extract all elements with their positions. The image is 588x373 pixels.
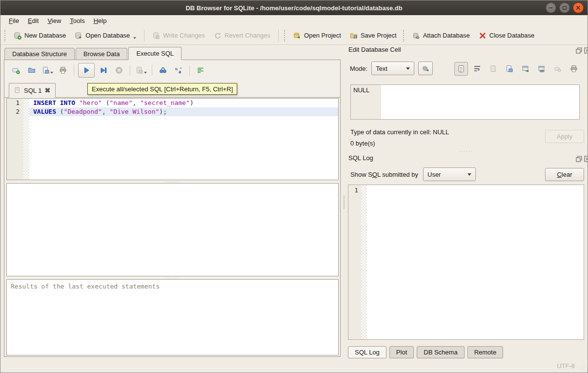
log-folding-margin xyxy=(361,185,367,339)
toolbar-separator xyxy=(278,30,279,41)
window-title: DB Browser for SQLite - /home/user/code/… xyxy=(0,4,588,12)
status-bar: UTF-8 ⋰ xyxy=(0,358,588,373)
toolbar-drag-handle[interactable] xyxy=(4,30,7,41)
sql-log-dock-title: SQL Log xyxy=(348,154,373,162)
mode-select[interactable]: Text xyxy=(371,62,414,75)
float-dock-button[interactable] xyxy=(575,47,582,54)
toolbar-separator xyxy=(144,30,144,41)
write-changes-button[interactable]: Write Changes xyxy=(148,29,209,42)
sql-log-view: 1 xyxy=(348,185,584,340)
close-database-button[interactable]: Close Database xyxy=(474,29,539,42)
revert-changes-button[interactable]: Revert Changes xyxy=(209,29,275,42)
save-project-button[interactable]: Save Project xyxy=(345,29,401,42)
save-sql-file-button[interactable] xyxy=(41,63,54,77)
cell-text-area[interactable] xyxy=(381,85,579,119)
sql-toolbar-separator xyxy=(189,65,190,76)
print-cell-icon[interactable] xyxy=(570,65,578,73)
format-sql-button[interactable] xyxy=(194,63,207,77)
resize-grip-icon[interactable]: ⋰ xyxy=(581,365,586,371)
stop-execution-button[interactable] xyxy=(112,63,126,77)
close-tab-icon[interactable]: ✖ xyxy=(44,87,50,94)
sql-log-controls: Show SQL submitted by User Clear xyxy=(350,167,584,181)
open-project-button[interactable]: Open Project xyxy=(289,29,345,42)
execute-current-line-button[interactable] xyxy=(97,63,110,77)
save-file-dropdown-icon[interactable] xyxy=(50,72,53,74)
minimize-button[interactable] xyxy=(546,2,556,13)
new-database-button[interactable]: New Database xyxy=(9,29,70,42)
clear-log-button[interactable]: Clear xyxy=(545,168,584,181)
close-dock-button[interactable] xyxy=(584,47,588,54)
auto-apply-button[interactable] xyxy=(418,62,433,75)
sql-toolbar-separator xyxy=(74,65,74,76)
menu-bar: File Edit View Tools Help xyxy=(0,15,588,26)
find-icon xyxy=(159,66,167,74)
sql-1-tab[interactable]: SQL 1 ✖ xyxy=(9,83,56,98)
sql-toolbar: b a xyxy=(6,62,207,79)
results-message-pane: Results of the last executed statements xyxy=(6,279,339,355)
dock-tab-db-schema[interactable]: DB Schema xyxy=(417,346,464,358)
sql-editor[interactable]: 1 INSERT INTO "hero" ("name", "secret_na… xyxy=(6,98,339,180)
open-database-dropdown-icon[interactable] xyxy=(133,37,136,39)
toolbar-drag-handle[interactable] xyxy=(403,30,406,41)
cell-type-info: Type of data currently in cell: NULL 0 b… xyxy=(350,126,449,149)
log-line-number: 1 xyxy=(348,185,361,339)
dock-tab-sql-log[interactable]: SQL Log xyxy=(348,346,386,358)
encoding-indicator: UTF-8 xyxy=(557,362,575,370)
find-replace-button[interactable]: b a xyxy=(172,63,185,77)
code-line[interactable]: VALUES ("Deadpond", "Dive Wilson"); xyxy=(29,107,338,116)
menu-tools[interactable]: Tools xyxy=(65,16,89,25)
cell-size-text: 0 byte(s) xyxy=(350,138,449,149)
attach-database-button[interactable]: Attach Database xyxy=(408,29,474,42)
float-dock-button[interactable] xyxy=(575,155,582,162)
close-icon xyxy=(575,5,581,11)
remove-cell-icon[interactable] xyxy=(554,65,562,73)
cell-value-editor[interactable]: NULL xyxy=(350,84,580,120)
menu-edit[interactable]: Edit xyxy=(23,16,43,25)
dock-tab-remote[interactable]: Remote xyxy=(467,346,504,358)
code-line[interactable]: INSERT INTO "hero" ("name", "secret_name… xyxy=(29,99,338,107)
minimize-icon xyxy=(548,5,554,11)
dock-tab-plot[interactable]: Plot xyxy=(389,346,414,358)
text-document-icon xyxy=(457,65,465,73)
close-dock-button[interactable] xyxy=(584,155,588,162)
menu-file[interactable]: File xyxy=(4,16,23,25)
text-mode-button[interactable] xyxy=(454,62,468,76)
save-results-dropdown-icon[interactable] xyxy=(144,72,147,74)
print-sql-button[interactable] xyxy=(56,63,70,77)
show-sql-label: Show SQL submitted by xyxy=(350,171,418,178)
editor-line: 1 INSERT INTO "hero" ("name", "secret_na… xyxy=(7,99,338,107)
panel-splitter[interactable] xyxy=(342,47,345,357)
save-results-button[interactable] xyxy=(134,63,148,77)
open-sql-file-button[interactable] xyxy=(25,63,39,77)
close-button[interactable] xyxy=(573,2,584,13)
import-cell-icon[interactable] xyxy=(489,65,497,73)
apply-button[interactable]: Apply xyxy=(545,130,584,143)
open-external-icon[interactable] xyxy=(522,65,529,73)
toolbar-drag-handle[interactable] xyxy=(284,30,287,41)
menu-help[interactable]: Help xyxy=(89,16,111,25)
app-window: DB Browser for SQLite - /home/user/code/… xyxy=(0,0,588,373)
tab-browse-data[interactable]: Browse Data xyxy=(76,48,127,60)
word-wrap-icon[interactable] xyxy=(473,65,481,73)
menu-view[interactable]: View xyxy=(43,16,65,25)
find-button[interactable] xyxy=(156,63,170,77)
open-project-icon xyxy=(293,32,301,40)
tab-execute-sql[interactable]: Execute SQL xyxy=(128,47,182,60)
open-database-button[interactable]: Open Database xyxy=(70,29,141,42)
copy-link-icon[interactable] xyxy=(538,65,546,73)
export-cell-icon[interactable] xyxy=(506,65,513,73)
chevron-down-icon xyxy=(406,67,410,70)
open-sql-tab-button[interactable] xyxy=(9,63,23,77)
float-icon xyxy=(576,156,582,162)
open-file-icon xyxy=(28,66,36,74)
execute-sql-button[interactable] xyxy=(78,63,95,78)
folding-margin xyxy=(23,116,29,180)
execute-sql-panel: b a SQL 1 ✖ xyxy=(4,60,341,357)
stop-icon xyxy=(115,66,123,74)
tab-database-structure[interactable]: Database Structure xyxy=(4,48,75,60)
folding-margin xyxy=(23,107,29,116)
log-filter-select[interactable]: User xyxy=(423,167,476,181)
cell-log-splitter[interactable]: ······ xyxy=(348,149,584,153)
maximize-button[interactable] xyxy=(559,2,570,13)
attach-database-icon xyxy=(412,32,420,40)
